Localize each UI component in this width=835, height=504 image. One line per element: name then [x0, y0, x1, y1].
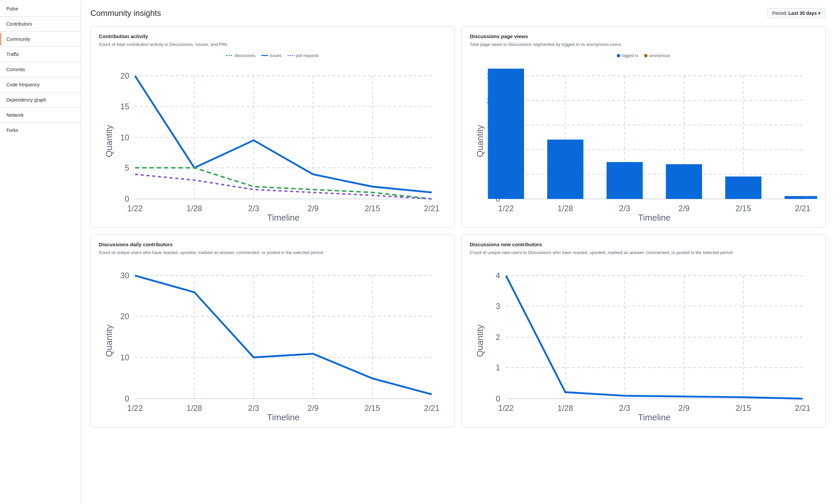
discussions-daily-contributors-card: Discussions daily contributors Count of … — [90, 235, 454, 428]
x-label-2-15: 2/15 — [735, 204, 751, 213]
bar-2-3 — [607, 162, 643, 199]
legend-issues-icon — [261, 55, 268, 56]
legend-issues: issues — [261, 53, 281, 58]
x-label-2-9: 2/9 — [308, 404, 319, 412]
legend-issues-label: issues — [270, 53, 281, 58]
y-label-3: 3 — [496, 302, 500, 311]
cards-grid: Contribution activity Count of total con… — [90, 26, 826, 427]
divider — [0, 122, 81, 123]
discussions-page-views-card: Discussions page views Total page views … — [461, 26, 826, 228]
discussions-new-contributors-card: Discussions new contributors Count of un… — [461, 235, 826, 428]
x-label-1-22: 1/22 — [127, 204, 143, 213]
sidebar-item-forks[interactable]: Forks — [0, 124, 81, 136]
legend-discussions-icon — [226, 55, 233, 56]
divider — [0, 62, 81, 62]
legend-pull-requests: pull requests — [288, 53, 319, 58]
sidebar-item-traffic[interactable]: Traffic — [0, 48, 81, 60]
chart-legend: discussions issues pull requests — [99, 53, 446, 58]
y-label-10: 10 — [120, 353, 129, 362]
period-button[interactable]: Period: Last 30 days ▾ — [767, 8, 826, 18]
x-label-2-3: 2/3 — [248, 204, 259, 213]
divider — [0, 92, 81, 93]
card-title: Discussions page views — [470, 34, 817, 39]
sidebar-item-commits[interactable]: Commits — [0, 63, 81, 76]
sidebar: Pulse Contributors Community Traffic Com… — [0, 0, 81, 504]
sidebar-item-code-frequency[interactable]: Code frequency — [0, 79, 81, 91]
page-views-chart: Quantity 250 200 150 100 50 0 — [470, 61, 817, 221]
y-axis-title: Quantity — [475, 324, 485, 357]
x-label-2-21: 2/21 — [424, 204, 440, 213]
legend-anonymous-dot — [644, 54, 648, 57]
x-label-2-9: 2/9 — [308, 204, 319, 213]
x-label-1-28: 1/28 — [557, 204, 573, 213]
legend-logged-in-label: logged in — [622, 53, 638, 58]
x-label-2-3: 2/3 — [619, 404, 630, 412]
x-axis-title: Timeline — [267, 213, 300, 221]
bar-1-28 — [547, 139, 584, 199]
y-label-20: 20 — [120, 312, 129, 321]
chevron-down-icon: ▾ — [818, 11, 820, 16]
x-label-2-3: 2/3 — [248, 404, 259, 412]
y-axis-title: Quantity — [475, 124, 485, 157]
y-axis-title: Quantity — [104, 324, 114, 357]
legend-pr-label: pull requests — [296, 53, 319, 58]
legend-pr-icon — [288, 55, 294, 56]
main-content: Community insights Period: Last 30 days … — [81, 0, 835, 504]
card-desc: Count of unique new users to Discussions… — [470, 249, 817, 256]
contribution-activity-chart: Quantity 20 15 10 5 0 1/22 — [99, 61, 446, 221]
sidebar-item-network[interactable]: Network — [0, 109, 81, 121]
bar-2-21 — [785, 196, 817, 199]
y-axis-title: Quantity — [104, 124, 114, 157]
page-views-svg: Quantity 250 200 150 100 50 0 — [470, 61, 817, 221]
sidebar-item-community[interactable]: Community — [0, 33, 81, 45]
y-label-1: 1 — [496, 363, 500, 372]
card-title: Discussions daily contributors — [99, 242, 446, 247]
x-label-2-9: 2/9 — [678, 204, 690, 213]
period-label: Period: — [772, 11, 787, 16]
page-title: Community insights — [90, 8, 161, 18]
legend-logged-in: logged in — [617, 53, 638, 58]
daily-contributors-line — [135, 276, 432, 395]
x-label-2-3: 2/3 — [619, 204, 630, 213]
x-label-1-22: 1/22 — [498, 404, 514, 412]
card-desc: Total page views to Discussions segmente… — [470, 41, 817, 48]
x-label-1-22: 1/22 — [127, 404, 143, 412]
x-label-1-28: 1/28 — [557, 404, 573, 412]
bar-1-22 — [488, 68, 524, 199]
discussions-line — [135, 168, 432, 199]
y-label-30: 30 — [120, 271, 129, 280]
x-label-1-28: 1/28 — [186, 404, 202, 412]
y-label-4: 4 — [496, 271, 500, 280]
card-title: Discussions new contributors — [470, 242, 817, 247]
page-header: Community insights Period: Last 30 days … — [90, 8, 826, 18]
new-contributors-svg: Quantity 4 3 2 1 0 1/22 1/28 2/3 — [470, 261, 817, 420]
divider — [0, 16, 81, 17]
y-label-0: 0 — [496, 395, 500, 403]
divider — [0, 46, 81, 47]
sidebar-item-pulse[interactable]: Pulse — [0, 3, 81, 15]
y-label-15: 15 — [120, 102, 129, 110]
daily-contributors-svg: Quantity 30 20 10 0 1/22 1/28 2/3 2/9 2/… — [99, 261, 446, 420]
contribution-activity-card: Contribution activity Count of total con… — [90, 26, 454, 228]
pr-line — [135, 174, 432, 199]
y-label-2: 2 — [496, 333, 500, 342]
y-label-0: 0 — [125, 395, 129, 403]
x-label-2-9: 2/9 — [678, 404, 690, 412]
card-desc: Count of unique users who have reacted, … — [99, 249, 446, 256]
contribution-chart-svg: Quantity 20 15 10 5 0 1/22 — [99, 61, 446, 221]
new-contributors-chart: Quantity 4 3 2 1 0 1/22 1/28 2/3 — [470, 261, 817, 420]
daily-contributors-chart: Quantity 30 20 10 0 1/22 1/28 2/3 2/9 2/… — [99, 261, 446, 420]
divider — [0, 107, 81, 108]
legend-discussions-label: discussions — [235, 53, 255, 58]
divider — [0, 32, 81, 32]
sidebar-item-contributors[interactable]: Contributors — [0, 18, 81, 30]
x-label-2-15: 2/15 — [365, 404, 380, 412]
legend-discussions: discussions — [226, 53, 255, 58]
x-label-2-21: 2/21 — [795, 204, 810, 213]
x-label-1-22: 1/22 — [498, 204, 514, 213]
x-label-2-21: 2/21 — [795, 404, 810, 412]
divider — [0, 77, 81, 77]
period-value: Last 30 days — [789, 11, 817, 16]
x-label-2-15: 2/15 — [365, 204, 380, 213]
sidebar-item-dependency-graph[interactable]: Dependency graph — [0, 94, 81, 106]
